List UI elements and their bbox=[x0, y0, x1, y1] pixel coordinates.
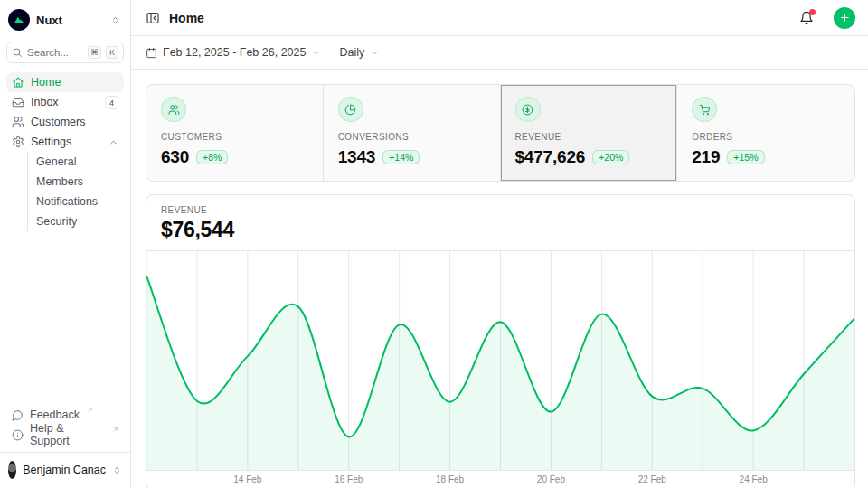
home-icon bbox=[12, 76, 24, 89]
stat-value: 1343 bbox=[338, 147, 375, 167]
sidebar-item-label: Customers bbox=[31, 116, 118, 128]
period-select[interactable]: Daily bbox=[339, 46, 380, 59]
sidebar-item-inbox[interactable]: Inbox 4 bbox=[6, 92, 124, 112]
users-icon bbox=[161, 97, 186, 122]
stat-card-conversions[interactable]: CONVERSIONS 1343 +14% bbox=[324, 85, 501, 181]
notification-dot bbox=[809, 9, 816, 15]
chevron-down-icon bbox=[370, 48, 380, 58]
stat-card-customers[interactable]: CUSTOMERS 630 +8% bbox=[146, 85, 324, 181]
chart-value: $76,544 bbox=[161, 218, 840, 242]
x-tick-label: 18 Feb bbox=[436, 474, 464, 484]
stat-delta-badge: +8% bbox=[196, 150, 228, 164]
stat-delta-badge: +20% bbox=[592, 150, 629, 164]
sidebar-nav: Home Inbox 4 Customers Settings bbox=[6, 72, 124, 231]
date-range-label: Feb 12, 2025 - Feb 26, 2025 bbox=[163, 46, 306, 59]
chart-label: REVENUE bbox=[161, 205, 840, 215]
workspace-name: Nuxt bbox=[36, 14, 104, 27]
kbd-cmd: ⌘ bbox=[88, 46, 101, 59]
x-tick-label: 14 Feb bbox=[233, 474, 261, 484]
chat-bubble-icon bbox=[12, 409, 24, 421]
settings-subtree: General Members Notifications Security bbox=[27, 152, 124, 231]
chevron-up-down-icon bbox=[110, 15, 120, 25]
chevron-up-icon bbox=[108, 137, 118, 147]
x-tick-label: 22 Feb bbox=[638, 474, 666, 484]
chevron-up-down-icon bbox=[112, 465, 122, 475]
footer-link-label: Feedback bbox=[30, 408, 80, 421]
footer-link-label: Help & Support bbox=[30, 422, 105, 447]
x-tick-label: 20 Feb bbox=[537, 474, 565, 484]
add-button[interactable] bbox=[834, 7, 855, 29]
sidebar-item-general[interactable]: General bbox=[28, 152, 124, 172]
stat-label: REVENUE bbox=[515, 132, 663, 142]
stat-label: ORDERS bbox=[692, 132, 840, 142]
period-label: Daily bbox=[339, 46, 364, 59]
chart-x-axis: 14 Feb16 Feb18 Feb20 Feb22 Feb24 Feb bbox=[146, 471, 854, 488]
sidebar-item-settings[interactable]: Settings bbox=[6, 132, 124, 152]
dollar-circle-icon bbox=[515, 97, 541, 122]
kbd-k: K bbox=[106, 46, 118, 59]
x-tick-label: 16 Feb bbox=[335, 474, 363, 484]
sidebar-spacer bbox=[6, 231, 124, 405]
sidebar-item-notifications[interactable]: Notifications bbox=[28, 192, 124, 211]
info-circle-icon bbox=[12, 429, 24, 441]
header: Home bbox=[131, 0, 868, 36]
inbox-icon bbox=[12, 96, 24, 108]
revenue-area-chart bbox=[146, 251, 854, 470]
stats-row: CUSTOMERS 630 +8% CONVERSIONS 1343 +14% bbox=[146, 84, 855, 182]
main-area: Home Feb 12, 2025 - Feb 26, 2025 Daily bbox=[131, 0, 868, 488]
stat-delta-badge: +14% bbox=[382, 150, 420, 164]
sidebar-item-members[interactable]: Members bbox=[28, 172, 124, 192]
stat-card-revenue[interactable]: REVENUE $477,626 +20% bbox=[501, 85, 678, 181]
user-name: Benjamin Canac bbox=[23, 464, 106, 476]
cart-icon bbox=[692, 97, 717, 122]
sidebar-item-label: Home bbox=[31, 76, 118, 89]
stat-value: $477,626 bbox=[515, 147, 586, 167]
workspace-switcher[interactable]: Nuxt bbox=[6, 7, 124, 33]
content: CUSTOMERS 630 +8% CONVERSIONS 1343 +14% bbox=[131, 70, 868, 488]
user-menu[interactable]: Benjamin Canac bbox=[0, 452, 130, 481]
inbox-count-badge: 4 bbox=[105, 96, 118, 109]
sidebar: Nuxt Search... ⌘ K Home bbox=[0, 0, 131, 488]
sidebar-item-customers[interactable]: Customers bbox=[6, 112, 124, 132]
search-icon bbox=[12, 47, 23, 58]
help-support-link[interactable]: Help & Support bbox=[6, 425, 124, 445]
stat-value: 630 bbox=[161, 147, 189, 167]
chart-plot-area bbox=[146, 251, 854, 471]
stat-value: 219 bbox=[692, 147, 720, 167]
avatar bbox=[8, 461, 16, 479]
gear-icon bbox=[12, 136, 24, 148]
pie-chart-icon bbox=[338, 97, 363, 122]
date-range-picker[interactable]: Feb 12, 2025 - Feb 26, 2025 bbox=[146, 46, 321, 59]
external-link-icon bbox=[87, 407, 93, 413]
sidebar-item-home[interactable]: Home bbox=[6, 72, 124, 92]
sidebar-item-security[interactable]: Security bbox=[28, 211, 124, 231]
x-tick-label: 24 Feb bbox=[740, 474, 768, 484]
users-icon bbox=[12, 116, 24, 128]
search-input[interactable]: Search... ⌘ K bbox=[6, 42, 124, 63]
sidebar-collapse-button[interactable] bbox=[146, 11, 160, 25]
search-placeholder: Search... bbox=[27, 47, 83, 58]
filters-toolbar: Feb 12, 2025 - Feb 26, 2025 Daily bbox=[131, 36, 868, 70]
page-title: Home bbox=[169, 11, 790, 25]
external-link-icon bbox=[112, 427, 118, 433]
stat-delta-badge: +15% bbox=[727, 150, 764, 164]
sidebar-item-label: Inbox bbox=[31, 96, 99, 108]
sidebar-item-label: Settings bbox=[31, 136, 102, 148]
app-window: Nuxt Search... ⌘ K Home bbox=[0, 0, 868, 488]
stat-label: CUSTOMERS bbox=[161, 132, 308, 142]
stat-card-orders[interactable]: ORDERS 219 +15% bbox=[677, 85, 854, 181]
nuxt-logo-icon bbox=[8, 9, 30, 31]
calendar-icon bbox=[146, 47, 157, 59]
chevron-down-icon bbox=[311, 48, 321, 58]
chart-header: REVENUE $76,544 bbox=[146, 195, 854, 251]
stat-label: CONVERSIONS bbox=[338, 132, 486, 142]
revenue-chart-card: REVENUE $76,544 14 Feb16 Feb18 Feb20 Feb… bbox=[146, 194, 855, 488]
notifications-bell-button[interactable] bbox=[799, 11, 814, 25]
